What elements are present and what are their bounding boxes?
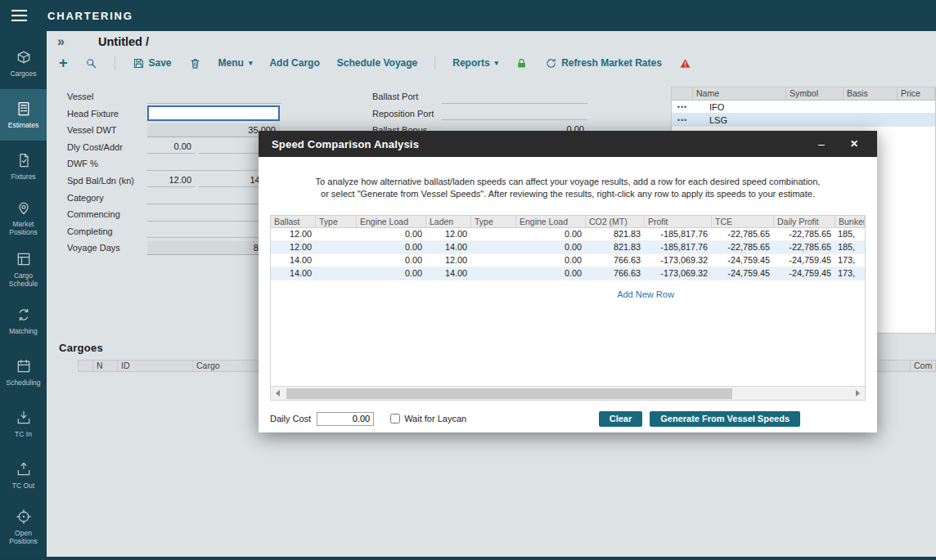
grid-cell: 12.00 [271, 228, 316, 240]
column-header-price[interactable]: Price [898, 87, 935, 100]
refresh-icon [545, 57, 557, 69]
grid-cell: 0.00 [357, 228, 426, 240]
grid-cell: 0.00 [357, 267, 426, 280]
speed-ballast-input[interactable] [147, 173, 195, 187]
reports-label: Reports [452, 57, 489, 69]
page-title: Untitled / [98, 35, 149, 48]
grid-row[interactable]: 14.00 0.00 12.00 0.00 766.63 -173,069.32… [271, 254, 865, 267]
sidebar-item-scheduling[interactable]: Scheduling [0, 347, 47, 398]
modal-buttons: Clear Generate From Vessel Speeds [599, 411, 800, 427]
add-cargo-button[interactable]: Add Cargo [269, 57, 319, 69]
validation-warning-button[interactable] [679, 57, 691, 69]
grid-cell: 173, [835, 267, 865, 280]
clear-button[interactable]: Clear [599, 411, 643, 427]
grid-cell [471, 267, 516, 280]
schedule-voyage-button[interactable]: Schedule Voyage [337, 57, 417, 69]
grid-cell: -173,069.32 [645, 254, 712, 267]
row-menu-icon[interactable]: ••• [672, 103, 693, 111]
grid-cell: -24,759.45 [774, 267, 835, 280]
wait-for-laycan-checkbox[interactable] [390, 414, 400, 423]
sidebar-item-fixtures[interactable]: Fixtures [0, 141, 47, 192]
save-button[interactable]: Save [133, 57, 172, 69]
column-header[interactable]: Profit [645, 216, 712, 227]
scrollbar-thumb[interactable] [286, 388, 732, 399]
grid-cell [316, 241, 357, 253]
grid-cell [316, 267, 357, 280]
delete-button[interactable] [189, 57, 201, 69]
sidebar-item-estimates[interactable]: Estimates [0, 89, 47, 141]
sidebar-item-open-positions[interactable]: Open Positions [0, 501, 47, 553]
horizontal-scrollbar[interactable] [271, 386, 865, 400]
market-rate-row-lsg[interactable]: ••• LSG [672, 114, 935, 127]
scroll-left-icon[interactable] [271, 387, 285, 401]
sidebar-item-cargo-schedule[interactable]: Cargo Schedule [0, 244, 47, 295]
schedule-voyage-label: Schedule Voyage [337, 57, 417, 69]
column-header[interactable]: Type [471, 216, 516, 227]
grid-cell: -24,759.45 [712, 254, 774, 267]
grid-header-row: Ballast Type Engine Load Laden Type Engi… [271, 216, 865, 228]
grid-cell: 0.00 [516, 267, 586, 280]
head-fixture-input[interactable] [147, 105, 280, 121]
ballast-port-input[interactable] [442, 90, 587, 104]
expand-panel-icon[interactable]: » [57, 34, 65, 49]
grid-row[interactable]: 14.00 0.00 14.00 0.00 766.63 -173,069.32… [271, 267, 865, 280]
modal-body: To analyze how alternative ballast/laden… [259, 157, 877, 432]
hamburger-menu-icon[interactable] [11, 10, 36, 21]
column-header-symbol[interactable]: Symbol [786, 87, 844, 100]
lock-button[interactable] [515, 57, 528, 69]
column-header-n[interactable]: N [93, 361, 118, 371]
add-cargo-label: Add Cargo [269, 57, 319, 69]
grid-cell: -22,785.65 [712, 228, 774, 240]
minimize-icon[interactable]: – [812, 137, 831, 150]
generate-from-vessel-speeds-button[interactable]: Generate From Vessel Speeds [650, 411, 800, 427]
daily-cost-input[interactable] [317, 412, 374, 426]
column-header-id[interactable]: ID [118, 361, 193, 371]
column-header[interactable]: Type [316, 216, 357, 227]
grid-cell: 766.63 [586, 254, 645, 267]
grid-cell: 185, [835, 228, 865, 240]
sidebar-item-tc-out[interactable]: TC Out [0, 450, 47, 501]
column-header[interactable]: CO2 (MT) [586, 216, 645, 227]
refresh-market-rates-button[interactable]: Refresh Market Rates [545, 57, 662, 69]
column-header[interactable]: TCE [712, 216, 774, 227]
reports-dropdown[interactable]: Reports ▾ [452, 57, 498, 69]
modal-header[interactable]: Speed Comparison Analysis – ✕ [259, 131, 877, 157]
save-icon [133, 57, 145, 69]
column-header[interactable]: Engine Load [516, 216, 586, 227]
column-header-name[interactable]: Name [693, 87, 786, 100]
market-positions-icon [16, 199, 32, 216]
grid-cell: 14.00 [426, 267, 471, 280]
reposition-port-input[interactable] [442, 106, 587, 120]
modal-instructions: To analyze how alternative ballast/laden… [259, 176, 877, 200]
column-header-basis[interactable]: Basis [844, 87, 898, 100]
vessel-label: Vessel [67, 92, 147, 101]
toolbar-divider [434, 56, 435, 70]
grid-row[interactable]: 12.00 0.00 12.00 0.00 821.83 -185,817.76… [271, 228, 865, 241]
scroll-right-icon[interactable] [851, 387, 865, 401]
search-button[interactable] [85, 57, 97, 69]
column-header[interactable]: Engine Load [357, 216, 426, 227]
sidebar-item-tc-in[interactable]: TC In [0, 398, 47, 450]
vessel-input[interactable] [147, 90, 281, 104]
market-rate-row-ifo[interactable]: ••• IFO [672, 101, 935, 114]
grid-cell: 766.63 [586, 267, 645, 280]
column-header[interactable]: Laden [426, 216, 471, 227]
dly-cost-input[interactable] [147, 140, 195, 154]
chevron-down-icon: ▾ [249, 59, 253, 67]
grid-cell: 0.00 [357, 254, 426, 267]
add-new-row-link[interactable]: Add New Row [617, 289, 674, 299]
close-icon[interactable]: ✕ [844, 138, 864, 150]
spd-bal-ldn-label: Spd Bal/Ldn (kn) [67, 176, 147, 186]
column-header[interactable]: Daily Profit [774, 216, 835, 227]
sidebar-item-market-positions[interactable]: Market Positions [0, 192, 47, 244]
grid-row[interactable]: 12.00 0.00 14.00 0.00 821.83 -185,817.76… [271, 241, 865, 254]
new-estimate-button[interactable]: + [59, 57, 68, 69]
tc-out-icon [16, 461, 32, 477]
column-header-com[interactable]: Com [911, 361, 935, 371]
column-header[interactable]: Bunker [835, 216, 865, 227]
sidebar-item-cargoes[interactable]: Cargoes [0, 38, 47, 89]
menu-dropdown[interactable]: Menu ▾ [218, 57, 253, 69]
row-menu-icon[interactable]: ••• [672, 116, 693, 124]
column-header[interactable]: Ballast [271, 216, 316, 227]
sidebar-item-matching[interactable]: Matching [0, 295, 47, 347]
